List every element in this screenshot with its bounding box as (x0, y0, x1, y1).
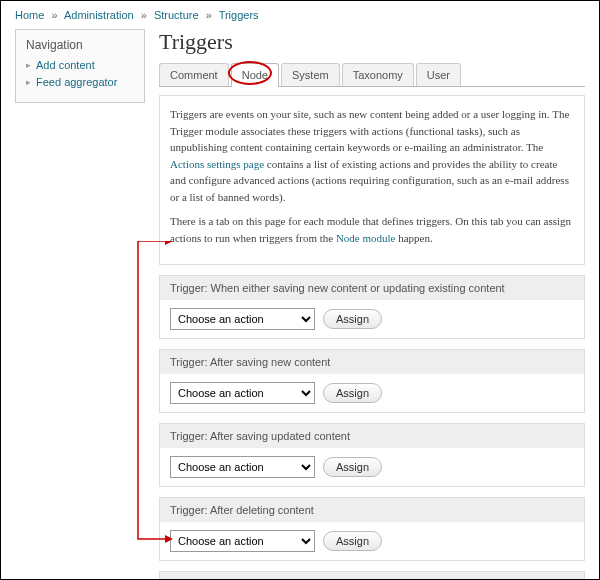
tab-system[interactable]: System (281, 63, 340, 86)
breadcrumb: Home » Administration » Structure » Trig… (1, 1, 599, 29)
help-link-node-module[interactable]: Node module (336, 232, 396, 244)
trigger-block: Trigger: When content is viewed by an au… (159, 571, 585, 580)
breadcrumb-link-triggers[interactable]: Triggers (219, 9, 259, 21)
tab-comment[interactable]: Comment (159, 63, 229, 86)
sidebar: Navigation Add content Feed aggregator (15, 29, 145, 580)
assign-button[interactable]: Assign (323, 531, 382, 551)
action-select[interactable]: Choose an action (170, 456, 315, 478)
breadcrumb-link-home[interactable]: Home (15, 9, 44, 21)
trigger-block: Trigger: After saving new content Choose… (159, 349, 585, 413)
trigger-header: Trigger: After saving new content (160, 350, 584, 374)
breadcrumb-sep: » (47, 9, 61, 21)
trigger-header: Trigger: After saving updated content (160, 424, 584, 448)
trigger-block: Trigger: After deleting content Choose a… (159, 497, 585, 561)
trigger-header: Trigger: When either saving new content … (160, 276, 584, 300)
trigger-block: Trigger: After saving updated content Ch… (159, 423, 585, 487)
sidebar-link-add-content[interactable]: Add content (36, 59, 95, 71)
help-text: Triggers are events on your site, such a… (159, 95, 585, 265)
assign-button[interactable]: Assign (323, 457, 382, 477)
highlight-circle (228, 61, 272, 85)
tabs: Comment Node System Taxonomy User (159, 63, 585, 87)
sidebar-nav-box: Navigation Add content Feed aggregator (15, 29, 145, 103)
tab-taxonomy[interactable]: Taxonomy (342, 63, 414, 86)
help-p2-post: happen. (395, 232, 432, 244)
sidebar-item-feed-aggregator: Feed aggregator (26, 75, 134, 89)
breadcrumb-sep: » (202, 9, 216, 21)
sidebar-link-feed-aggregator[interactable]: Feed aggregator (36, 76, 117, 88)
breadcrumb-link-administration[interactable]: Administration (64, 9, 134, 21)
help-link-actions-settings[interactable]: Actions settings page (170, 158, 264, 170)
page-title: Triggers (159, 29, 585, 55)
tab-user[interactable]: User (416, 63, 461, 86)
breadcrumb-link-structure[interactable]: Structure (154, 9, 199, 21)
main-content: Triggers Comment Node System Taxonomy Us… (159, 29, 585, 580)
action-select[interactable]: Choose an action (170, 382, 315, 404)
tab-node[interactable]: Node (231, 63, 279, 87)
sidebar-title: Navigation (26, 38, 134, 52)
assign-button[interactable]: Assign (323, 309, 382, 329)
trigger-header: Trigger: After deleting content (160, 498, 584, 522)
action-select[interactable]: Choose an action (170, 308, 315, 330)
trigger-header: Trigger: When content is viewed by an au… (160, 572, 584, 580)
action-select[interactable]: Choose an action (170, 530, 315, 552)
sidebar-item-add-content: Add content (26, 58, 134, 72)
assign-button[interactable]: Assign (323, 383, 382, 403)
trigger-block: Trigger: When either saving new content … (159, 275, 585, 339)
help-p1-pre: Triggers are events on your site, such a… (170, 108, 569, 153)
breadcrumb-sep: » (137, 9, 151, 21)
